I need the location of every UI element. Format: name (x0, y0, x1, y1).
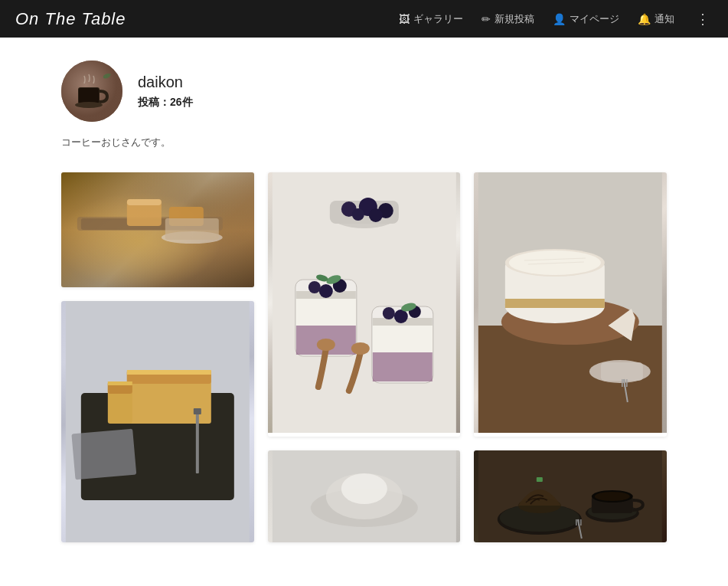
svg-point-69 (310, 489, 417, 527)
svg-point-51 (589, 360, 651, 383)
svg-rect-72 (478, 450, 662, 542)
svg-point-77 (586, 504, 639, 522)
svg-rect-68 (272, 450, 455, 542)
profile-header: daikon 投稿：26件 (61, 61, 667, 122)
gallery-image-1 (61, 172, 254, 287)
svg-point-18 (351, 208, 364, 221)
svg-rect-29 (371, 306, 433, 383)
site-logo[interactable]: On The Table (15, 9, 126, 29)
svg-rect-8 (127, 199, 162, 205)
profile-section: daikon 投稿：26件 コーヒーおじさんです。 (0, 38, 728, 165)
svg-rect-12 (272, 172, 455, 433)
svg-rect-31 (372, 326, 432, 352)
svg-point-10 (162, 231, 223, 244)
svg-rect-40 (478, 326, 662, 433)
svg-rect-21 (295, 326, 355, 355)
svg-point-80 (592, 490, 633, 503)
svg-rect-65 (108, 381, 132, 385)
svg-point-38 (351, 342, 369, 355)
svg-rect-62 (127, 370, 211, 375)
post-count-unit: 件 (182, 96, 193, 108)
profile-info: daikon 投稿：26件 (138, 74, 193, 110)
svg-point-4 (75, 102, 103, 108)
svg-point-44 (505, 249, 605, 277)
svg-point-16 (358, 198, 377, 216)
svg-rect-39 (478, 172, 662, 433)
svg-rect-5 (81, 218, 219, 230)
svg-point-45 (509, 250, 601, 275)
svg-rect-23 (295, 291, 355, 299)
post-count-label: 投稿： (138, 96, 170, 108)
svg-rect-59 (71, 429, 136, 480)
svg-point-17 (377, 203, 393, 218)
svg-line-46 (524, 258, 586, 260)
svg-point-37 (316, 339, 335, 351)
gallery-image-5 (268, 450, 461, 542)
svg-point-81 (595, 492, 630, 501)
svg-line-53 (624, 379, 628, 402)
nav-new-post[interactable]: ✏ 新規投稿 (482, 12, 534, 26)
nav-gallery-label: ギャラリー (413, 12, 463, 26)
svg-rect-11 (165, 218, 219, 240)
svg-rect-7 (127, 199, 162, 226)
svg-point-27 (325, 273, 341, 286)
nav-my-page[interactable]: 👤 マイページ (553, 12, 619, 26)
svg-point-75 (518, 498, 561, 513)
svg-point-41 (501, 299, 639, 345)
gallery-item-3[interactable] (474, 172, 667, 437)
svg-rect-57 (66, 301, 250, 542)
main-nav: 🖼 ギャラリー ✏ 新規投稿 👤 マイページ 🔔 通知 ⋮ (399, 11, 713, 28)
svg-point-78 (588, 504, 637, 519)
nav-notification[interactable]: 🔔 通知 (638, 12, 674, 26)
svg-point-36 (400, 302, 417, 313)
post-count-number: 26 (170, 96, 182, 108)
new-post-icon: ✏ (482, 13, 491, 25)
nav-my-page-label: マイページ (570, 12, 619, 26)
svg-point-24 (318, 284, 332, 298)
svg-line-82 (578, 519, 582, 539)
svg-rect-66 (196, 412, 199, 473)
svg-rect-64 (108, 381, 132, 394)
svg-point-71 (341, 473, 387, 504)
gallery-item-1[interactable] (61, 172, 254, 287)
avatar[interactable] (61, 61, 122, 122)
svg-point-35 (382, 307, 394, 319)
svg-rect-67 (194, 408, 201, 414)
svg-rect-9 (169, 207, 204, 226)
svg-point-26 (308, 281, 320, 293)
svg-rect-58 (81, 393, 234, 500)
gallery-item-4[interactable] (61, 301, 254, 542)
svg-rect-60 (127, 370, 211, 424)
gallery-item-2[interactable] (268, 172, 461, 437)
svg-line-47 (528, 262, 584, 264)
svg-point-33 (393, 309, 407, 323)
nav-notification-label: 通知 (655, 12, 674, 26)
svg-point-34 (408, 306, 420, 318)
svg-point-15 (341, 201, 356, 217)
gallery-image-6 (474, 450, 667, 542)
gallery-grid (0, 165, 728, 573)
more-button[interactable]: ⋮ (693, 11, 713, 28)
svg-rect-3 (79, 88, 99, 103)
svg-rect-22 (295, 299, 355, 326)
svg-rect-32 (372, 318, 432, 326)
svg-rect-63 (108, 381, 132, 424)
svg-marker-49 (609, 309, 635, 341)
post-count: 投稿：26件 (138, 96, 193, 110)
nav-new-post-label: 新規投稿 (495, 12, 534, 26)
svg-rect-43 (505, 263, 605, 307)
gallery-icon: 🖼 (399, 13, 410, 25)
my-page-icon: 👤 (553, 13, 566, 25)
gallery-image-3 (474, 172, 667, 433)
username: daikon (138, 74, 193, 91)
svg-rect-20 (295, 280, 356, 356)
gallery-item-6[interactable] (474, 450, 667, 542)
svg-rect-79 (592, 496, 633, 513)
svg-rect-14 (329, 201, 398, 224)
gallery-item-5[interactable] (268, 450, 461, 542)
avatar-image (61, 61, 122, 122)
nav-gallery[interactable]: 🖼 ギャラリー (399, 12, 463, 26)
svg-rect-50 (505, 299, 605, 308)
svg-marker-48 (609, 310, 632, 341)
svg-rect-6 (77, 217, 223, 231)
